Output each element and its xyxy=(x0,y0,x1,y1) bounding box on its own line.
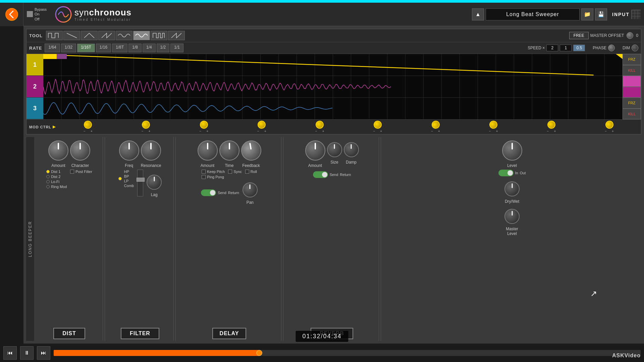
filter-button[interactable]: FILTER xyxy=(121,328,159,339)
waveform-square[interactable] xyxy=(46,31,63,40)
dist-button[interactable]: DIST xyxy=(53,328,85,339)
speed-05[interactable]: 0.5 xyxy=(573,45,585,51)
track2-kill[interactable] xyxy=(623,87,641,98)
master-level-knob[interactable] xyxy=(502,140,522,161)
delay-keep-pitch[interactable]: Keep Pitch xyxy=(202,170,225,174)
progress-handle[interactable] xyxy=(256,350,262,356)
mod-knob-3[interactable] xyxy=(199,120,209,129)
filter-resonance-knob[interactable] xyxy=(141,140,161,161)
mod-knob-7[interactable] xyxy=(430,119,441,130)
master-master-level-knob[interactable] xyxy=(504,209,520,224)
reverb-send-toggle[interactable] xyxy=(313,171,328,178)
mod-knob-2[interactable] xyxy=(141,120,151,130)
delay-amount-knob[interactable] xyxy=(198,140,218,161)
rate-btn-164[interactable]: 1/64 xyxy=(45,44,60,52)
waveform-pulse[interactable] xyxy=(151,31,167,40)
track-numbers: 1 2 3 xyxy=(26,54,43,119)
filter-mode-bp[interactable]: BP xyxy=(124,174,134,178)
dist-mode-dist1[interactable]: Dist 1 xyxy=(46,170,67,174)
filter-mode-comb[interactable]: Comb xyxy=(124,184,134,188)
waveform-sine[interactable] xyxy=(116,31,132,40)
dist-post-filter[interactable]: Post Filter xyxy=(70,170,92,174)
progress-bar[interactable] xyxy=(54,350,641,356)
time-total: 04:34 xyxy=(323,333,342,340)
header-bar: BypassOnOff synchronous Timed Effect Mod… xyxy=(23,3,644,26)
mod-knob-10[interactable] xyxy=(604,120,614,130)
mod-knob-decay: −+ xyxy=(547,121,556,133)
waveform-ramp-down[interactable] xyxy=(63,31,80,40)
dist-mode-ringmod[interactable]: Ring Mod xyxy=(46,185,67,189)
delay-feedback-knob[interactable] xyxy=(239,139,263,162)
bypass-checkbox[interactable] xyxy=(27,11,33,17)
dist-mode-group: Dist 1 Dist 2 Lo-Fi Ring Mod xyxy=(46,170,67,189)
rate-btn-132[interactable]: 1/32 xyxy=(61,44,76,52)
track-2[interactable]: 2 xyxy=(26,76,43,98)
delay-ping-pong[interactable]: Ping Pong xyxy=(202,175,225,179)
filter-mode-lp[interactable]: LP xyxy=(124,179,134,183)
track3-frz[interactable]: FRZ xyxy=(623,98,641,109)
master-offset-knob[interactable] xyxy=(627,32,633,39)
track-3[interactable]: 3 xyxy=(26,98,43,119)
rate-btn-18[interactable]: 1/8 xyxy=(128,44,142,52)
mod-knob-9[interactable] xyxy=(546,120,557,130)
free-button[interactable]: FREE xyxy=(569,32,589,39)
speed-2[interactable]: 2 xyxy=(546,45,558,51)
preset-save-button[interactable]: 💾 xyxy=(595,8,607,20)
reverb-amount-knob[interactable] xyxy=(305,140,325,161)
dist-section: Amount Character Dist 1 Dist 2 Lo-Fi xyxy=(36,137,103,341)
delay-sync[interactable]: Sync xyxy=(228,170,241,174)
phase-knob[interactable] xyxy=(608,45,615,51)
delay-roll[interactable]: Roll xyxy=(245,170,257,174)
dist-amount-knob[interactable] xyxy=(48,140,68,161)
rate-btn-18t[interactable]: 1/8T xyxy=(112,44,127,52)
mod-knob-4[interactable] xyxy=(257,120,266,129)
svg-point-0 xyxy=(6,8,18,20)
delay-pan-knob[interactable] xyxy=(243,182,258,197)
master-dry-wet-knob[interactable] xyxy=(504,181,520,196)
track-1[interactable]: 1 xyxy=(26,54,43,76)
rate-btn-116[interactable]: 1/16 xyxy=(96,44,111,52)
dist-mode-dist2[interactable]: Dist 2 xyxy=(46,175,67,179)
mod-knob-8[interactable] xyxy=(489,120,498,129)
master-in-out-toggle[interactable] xyxy=(498,170,514,176)
dim-knob[interactable] xyxy=(632,45,638,51)
mod-ctrl-label: MOD CTRL ▶ xyxy=(29,125,56,129)
filter-freq-knob[interactable] xyxy=(119,140,139,161)
input-grid[interactable] xyxy=(631,10,641,19)
mod-knob-5[interactable] xyxy=(315,120,324,129)
waveform-sine-active[interactable] xyxy=(133,31,150,40)
sequencer-grid[interactable] xyxy=(43,54,623,119)
time-display: 01:32/04:34 xyxy=(296,331,348,342)
track3-kill[interactable]: KILL xyxy=(623,109,641,120)
preset-up-button[interactable]: ▲ xyxy=(472,8,484,20)
speed-1[interactable]: 1 xyxy=(560,45,572,51)
delay-time-knob[interactable] xyxy=(219,140,239,161)
waveform-triangle-up[interactable] xyxy=(81,31,98,40)
rate-btn-12[interactable]: 1/2 xyxy=(157,44,170,52)
dist-mode-lofi[interactable]: Lo-Fi xyxy=(46,180,67,184)
rate-btn-116t[interactable]: 1/16T xyxy=(77,44,95,52)
preset-folder-button[interactable]: 📁 xyxy=(581,8,593,20)
back-button[interactable] xyxy=(0,3,23,26)
reverb-size-knob[interactable] xyxy=(327,142,342,157)
prev-button[interactable]: ⏮ xyxy=(3,346,17,360)
mod-knob-6[interactable] xyxy=(373,120,382,129)
track1-kill[interactable]: KILL xyxy=(623,65,641,76)
waveform-ramp-up[interactable] xyxy=(168,31,185,40)
next-button[interactable]: ⏭ xyxy=(37,346,50,360)
delay-send-toggle[interactable] xyxy=(201,189,216,196)
pause-button[interactable]: ⏸ xyxy=(20,346,34,360)
track2-frz[interactable] xyxy=(623,76,641,87)
rate-btn-14[interactable]: 1/4 xyxy=(143,44,156,52)
dist-character-knob[interactable] xyxy=(70,140,90,161)
filter-lag-knob[interactable] xyxy=(147,175,162,190)
track1-frz[interactable]: FRZ xyxy=(623,54,641,65)
mod-knob-1[interactable] xyxy=(83,119,94,130)
filter-mode-hp[interactable]: HP xyxy=(124,170,134,174)
delay-button[interactable]: DELAY xyxy=(212,328,247,339)
filter-fader[interactable] xyxy=(137,170,143,196)
rate-btn-11[interactable]: 1/1 xyxy=(170,44,183,52)
mod-knob-amount-delay: −+ xyxy=(315,121,324,133)
reverb-damp-knob[interactable] xyxy=(344,142,359,157)
waveform-sawtooth[interactable] xyxy=(98,31,115,40)
